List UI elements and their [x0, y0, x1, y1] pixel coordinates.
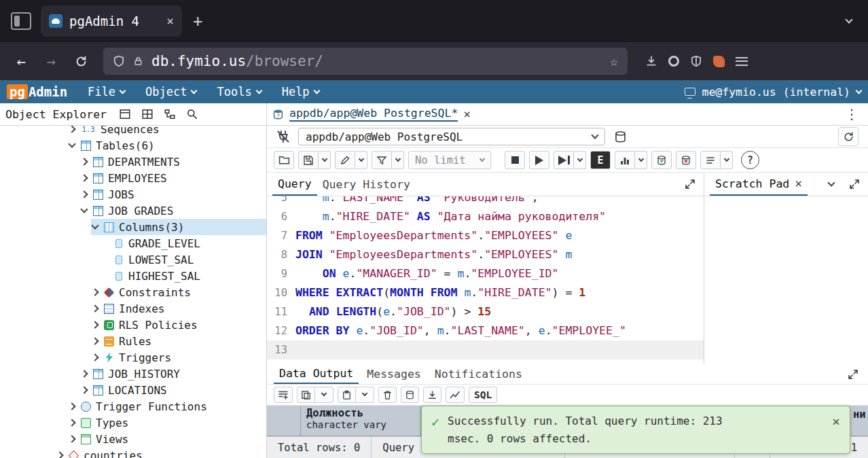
tab-scratch-pad[interactable]: Scratch Pad× [710, 173, 808, 196]
menu-help[interactable]: Help [282, 85, 319, 99]
explain-analyze-button[interactable] [615, 151, 635, 169]
editor-line[interactable]: 8JOIN "EmployeesDepartments"."EMPLOYEES"… [267, 245, 704, 264]
copy-dropdown[interactable] [315, 387, 333, 403]
sidebar-item-triggers[interactable]: Triggers [0, 349, 266, 366]
execute-dropdown[interactable] [574, 151, 586, 169]
chevron-right-icon[interactable] [91, 337, 98, 345]
save-data-button[interactable] [401, 387, 419, 403]
scratch-pad-body[interactable] [704, 196, 868, 364]
execute-button[interactable] [529, 151, 549, 169]
new-tab-button[interactable]: + [193, 12, 202, 31]
sidebar-item-job-grades[interactable]: JOB GRADES [0, 202, 266, 219]
search-icon[interactable] [184, 106, 200, 122]
chevron-right-icon[interactable] [91, 321, 98, 328]
paste-dropdown[interactable] [356, 387, 374, 403]
expand-scratch-icon[interactable] [846, 176, 863, 192]
sidebar-item-departments[interactable]: DEPARTMENTS [0, 154, 266, 170]
editor-line[interactable]: 12ORDER BY e."JOB_ID", m."LAST_NAME", e.… [267, 321, 704, 340]
new-connection-icon[interactable] [611, 128, 630, 145]
sidebar-item-rules[interactable]: Rules [0, 333, 266, 349]
reset-layout-button[interactable] [838, 127, 858, 146]
macros-dropdown[interactable] [721, 151, 733, 169]
menu-file[interactable]: File [88, 85, 125, 99]
browser-tab[interactable]: pgAdmin 4 × [41, 5, 182, 37]
delete-row-button[interactable] [378, 387, 397, 403]
add-row-button[interactable] [274, 387, 293, 403]
query-tool-tab[interactable]: appdb/app@Web PostgreSQL* × [272, 107, 471, 122]
chevron-right-icon[interactable] [80, 370, 88, 377]
editor-line[interactable]: 5 m."LAST_NAME" AS "Руководитель", [267, 196, 704, 207]
rollback-button[interactable] [676, 151, 696, 169]
editor-line[interactable]: 9 ON e."MANAGER_ID" = m."EMPLOYEE_ID" [267, 264, 704, 283]
editor-line[interactable]: 7FROM "EmployeesDepartments"."EMPLOYEES"… [267, 226, 704, 245]
execute-options-button[interactable] [554, 151, 574, 169]
macros-button[interactable] [700, 151, 721, 169]
connection-status-icon[interactable] [274, 128, 292, 145]
grid-column-header-partial[interactable]: ни [853, 408, 866, 421]
sidebar-item-constraints[interactable]: Constraints [0, 284, 266, 300]
toast-close-icon[interactable]: × [832, 412, 840, 430]
sidebar-item-lowest-sal[interactable]: LOWEST_SAL [0, 251, 266, 268]
edit-button[interactable] [335, 151, 355, 169]
sidebar-item-locations[interactable]: LOCATIONS [0, 382, 266, 398]
chevron-right-icon[interactable] [91, 288, 98, 296]
sidebar-item-indexes[interactable]: Indexes [0, 300, 266, 317]
sidebar-item-rls-policies[interactable]: RLS Policies [0, 317, 266, 333]
user-menu[interactable]: me@fymio.us (internal) [685, 86, 861, 99]
sidebar-item-trigger-functions[interactable]: Trigger Functions [0, 398, 266, 415]
url-bar[interactable]: db.fymio.us/browser/ ☆ [103, 48, 628, 75]
editor-line[interactable]: 13 [267, 340, 704, 359]
editor-line[interactable]: 11 AND LENGTH(e."JOB_ID") > 15 [267, 302, 704, 321]
tab-messages[interactable]: Messages [361, 364, 426, 384]
editor-line[interactable]: 6 m."HIRE_DATE" AS "Дата найма руководит… [267, 207, 704, 226]
account-icon[interactable] [668, 56, 679, 67]
chevron-right-icon[interactable] [80, 386, 88, 393]
tab-query-history[interactable]: Query History [317, 173, 416, 196]
tab-close-icon[interactable]: × [166, 15, 174, 27]
menu-hamburger-icon[interactable] [736, 57, 748, 66]
chevron-right-icon[interactable] [80, 174, 88, 181]
stop-button[interactable] [505, 151, 525, 169]
edit-options-dropdown[interactable] [355, 151, 367, 169]
scratch-close-icon[interactable]: × [795, 177, 802, 190]
expand-output-icon[interactable] [845, 366, 861, 383]
explain-button[interactable]: E [590, 151, 611, 169]
url-text[interactable]: db.fymio.us/browser/ [151, 53, 323, 69]
chevron-right-icon[interactable] [68, 126, 75, 133]
filter-button[interactable] [372, 151, 392, 169]
open-file-button[interactable] [274, 151, 294, 169]
chevron-right-icon[interactable] [68, 419, 75, 426]
filter-options-dropdown[interactable] [392, 151, 404, 169]
list-all-tabs-icon[interactable] [845, 16, 852, 23]
help-button[interactable]: ? [741, 151, 759, 169]
downloads-icon[interactable] [645, 55, 657, 67]
panels-icon[interactable] [117, 106, 133, 122]
chevron-right-icon[interactable] [68, 435, 75, 442]
grid-column-header[interactable]: Должность character vary [301, 406, 421, 436]
sql-editor[interactable]: 5 m."LAST_NAME" AS "Руководитель",6 m."H… [267, 196, 704, 364]
tab-notifications[interactable]: Notifications [429, 364, 528, 384]
sidebar-item-grade-level[interactable]: GRADE_LEVEL [0, 235, 266, 251]
forward-button[interactable]: → [39, 50, 62, 73]
chevron-right-icon[interactable] [80, 158, 88, 165]
graph-visualiser-button[interactable] [446, 387, 465, 403]
chevron-right-icon[interactable] [91, 304, 98, 312]
sidebar-item-jobs[interactable]: JOBS [0, 186, 266, 202]
editor-line[interactable]: 10WHERE EXTRACT(MONTH FROM m."HIRE_DATE"… [267, 283, 704, 302]
show-sql-button[interactable]: SQL [469, 387, 497, 403]
sidebar-item-job-history[interactable]: JOB_HISTORY [0, 366, 266, 382]
grid-icon[interactable] [139, 106, 156, 122]
sidebar-item-types[interactable]: Types [0, 415, 266, 431]
reload-button[interactable] [69, 50, 92, 73]
filter-tree-icon[interactable] [162, 106, 178, 122]
tab-query[interactable]: Query [272, 173, 317, 196]
menu-tools[interactable]: Tools [217, 85, 261, 99]
chevron-down-icon[interactable] [91, 222, 98, 229]
expand-editor-icon[interactable] [682, 176, 698, 192]
chevron-right-icon[interactable] [68, 402, 75, 410]
tab-data-output[interactable]: Data Output [274, 364, 359, 384]
profile-icon[interactable] [713, 56, 725, 67]
sidebar-item-tables[interactable]: Tables(6) [0, 137, 266, 154]
commit-button[interactable] [651, 151, 672, 169]
menu-object[interactable]: Object [145, 85, 196, 99]
